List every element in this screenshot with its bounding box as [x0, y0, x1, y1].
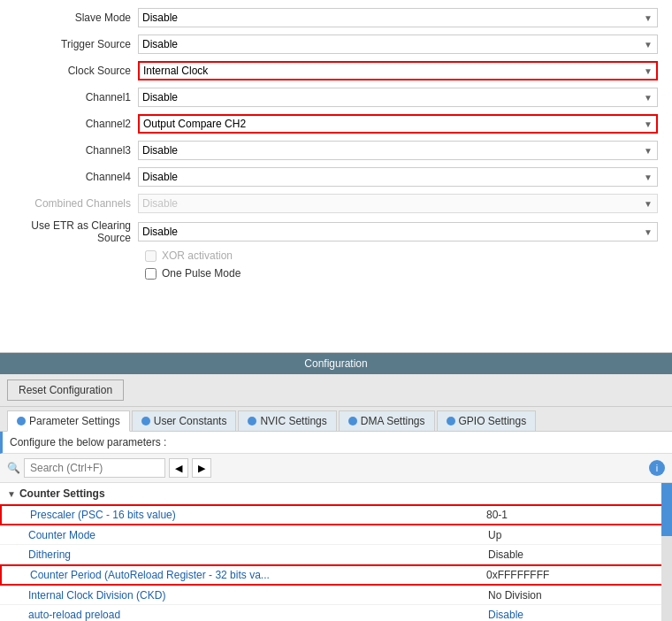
tab-dot-user-constants — [141, 417, 150, 426]
search-bar: 🔍 ◀ ▶ i — [0, 454, 672, 483]
counter-period-row: Counter Period (AutoReload Register - 32… — [0, 564, 672, 586]
use-etr-label: Use ETR as Clearing Source — [14, 219, 138, 244]
tab-gpio-settings-label: GPIO Settings — [459, 415, 527, 427]
auto-reload-name: auto-reload preload — [28, 609, 488, 621]
tab-user-constants-label: User Constants — [154, 415, 227, 427]
tab-parameter-settings-label: Parameter Settings — [29, 415, 120, 427]
tab-dot-nvic-settings — [248, 417, 256, 426]
dithering-value: Disable — [488, 548, 665, 561]
one-pulse-label: One Pulse Mode — [162, 267, 241, 280]
prescaler-name: Prescaler (PSC - 16 bits value) — [30, 509, 486, 521]
channel4-select-wrapper: Disable ▼ — [138, 167, 658, 187]
combined-channels-select[interactable]: Disable — [138, 194, 658, 213]
counter-mode-value: Up — [488, 529, 665, 541]
use-etr-row: Use ETR as Clearing Source Disable ▼ — [14, 219, 658, 244]
vertical-scrollbar[interactable] — [661, 483, 672, 621]
slave-mode-label: Slave Mode — [14, 12, 138, 24]
clock-source-select-wrapper: Internal Clock ▼ — [138, 61, 658, 80]
channel3-row: Channel3 Disable ▼ — [14, 140, 658, 161]
tab-dma-settings-label: DMA Settings — [361, 415, 425, 427]
channel1-select[interactable]: Disable — [138, 88, 658, 107]
clock-source-row: Clock Source Internal Clock ▼ — [14, 60, 658, 81]
xor-activation-checkbox[interactable] — [145, 250, 157, 262]
counter-mode-name: Counter Mode — [28, 529, 488, 541]
params-section: ▼ Counter Settings Prescaler (PSC - 16 b… — [0, 483, 672, 621]
tab-dot-parameter-settings — [17, 417, 26, 426]
auto-reload-row: auto-reload preload Disable — [0, 605, 672, 621]
counter-settings-group-header[interactable]: ▼ Counter Settings — [0, 483, 672, 504]
channel2-row: Channel2 Output Compare CH2 ▼ — [14, 113, 658, 134]
dithering-name: Dithering — [28, 548, 488, 561]
one-pulse-checkbox[interactable] — [145, 268, 157, 280]
configuration-header: Configuration — [0, 353, 672, 374]
channel2-select[interactable]: Output Compare CH2 — [138, 114, 658, 134]
channel3-label: Channel3 — [14, 144, 138, 157]
tab-dot-gpio-settings — [447, 417, 455, 426]
search-input[interactable] — [24, 458, 165, 478]
channel2-label: Channel2 — [14, 118, 138, 130]
auto-reload-value: Disable — [488, 609, 665, 621]
prev-result-button[interactable]: ◀ — [169, 458, 188, 478]
tab-gpio-settings[interactable]: GPIO Settings — [437, 410, 537, 431]
trigger-source-row: Trigger Source Disable ▼ — [14, 34, 658, 55]
use-etr-select-wrapper: Disable ▼ — [138, 222, 658, 242]
slave-mode-select[interactable]: Disable — [138, 8, 658, 27]
trigger-source-label: Trigger Source — [14, 38, 138, 50]
tab-dma-settings[interactable]: DMA Settings — [339, 410, 435, 431]
combined-channels-select-wrapper: Disable ▼ — [138, 194, 658, 213]
trigger-source-select[interactable]: Disable — [138, 34, 658, 54]
search-icon: 🔍 — [7, 462, 20, 474]
tab-nvic-settings[interactable]: NVIC Settings — [238, 410, 336, 431]
xor-activation-row: XOR activation — [14, 249, 658, 262]
info-icon[interactable]: i — [649, 460, 665, 476]
dithering-row: Dithering Disable — [0, 545, 672, 564]
combined-channels-row: Combined Channels Disable ▼ — [14, 193, 658, 214]
one-pulse-row: One Pulse Mode — [14, 267, 658, 280]
config-toolbar: Reset Configuration — [0, 374, 672, 407]
group-toggle-icon: ▼ — [7, 489, 16, 499]
clock-source-label: Clock Source — [14, 65, 138, 77]
next-result-button[interactable]: ▶ — [192, 458, 211, 478]
scrollbar-thumb[interactable] — [661, 483, 672, 536]
tab-parameter-settings[interactable]: Parameter Settings — [7, 410, 130, 432]
reset-configuration-button[interactable]: Reset Configuration — [7, 380, 124, 401]
tabs-bar: Parameter Settings User Constants NVIC S… — [0, 407, 672, 432]
tab-user-constants[interactable]: User Constants — [132, 410, 237, 431]
channel1-select-wrapper: Disable ▼ — [138, 88, 658, 107]
channel2-select-wrapper: Output Compare CH2 ▼ — [138, 114, 658, 134]
top-form-section: Slave Mode Disable ▼ Trigger Source Disa… — [0, 0, 672, 353]
internal-clock-division-value: No Division — [488, 589, 665, 602]
tab-dot-dma-settings — [348, 417, 357, 426]
prescaler-row: Prescaler (PSC - 16 bits value) 80-1 — [0, 504, 672, 525]
channel3-select-wrapper: Disable ▼ — [138, 141, 658, 160]
internal-clock-division-row: Internal Clock Division (CKD) No Divisio… — [0, 586, 672, 605]
tab-nvic-settings-label: NVIC Settings — [260, 415, 326, 427]
internal-clock-division-name: Internal Clock Division (CKD) — [28, 589, 488, 602]
channel4-label: Channel4 — [14, 171, 138, 183]
trigger-source-select-wrapper: Disable ▼ — [138, 34, 658, 54]
config-header-text: Configuration — [304, 357, 367, 370]
params-scrollbar-area: ▼ Counter Settings Prescaler (PSC - 16 b… — [0, 483, 672, 621]
channel4-select[interactable]: Disable — [138, 167, 658, 187]
xor-activation-label: XOR activation — [162, 249, 233, 262]
prescaler-value: 80-1 — [486, 509, 663, 521]
counter-period-value: 0xFFFFFFFF — [486, 569, 663, 581]
counter-mode-row: Counter Mode Up — [0, 525, 672, 545]
configure-text-label: Configure the below parameters : — [10, 436, 166, 448]
use-etr-select[interactable]: Disable — [138, 222, 658, 242]
slave-mode-row: Slave Mode Disable ▼ — [14, 7, 658, 28]
clock-source-select[interactable]: Internal Clock — [138, 61, 658, 80]
channel1-label: Channel1 — [14, 91, 138, 104]
counter-period-name: Counter Period (AutoReload Register - 32… — [30, 569, 486, 581]
channel4-row: Channel4 Disable ▼ — [14, 166, 658, 188]
combined-channels-label: Combined Channels — [14, 197, 138, 210]
slave-mode-select-wrapper: Disable ▼ — [138, 8, 658, 27]
channel3-select[interactable]: Disable — [138, 141, 658, 160]
channel1-row: Channel1 Disable ▼ — [14, 87, 658, 108]
configure-text-bar: Configure the below parameters : — [0, 432, 672, 454]
counter-settings-group-label: Counter Settings — [19, 487, 105, 500]
